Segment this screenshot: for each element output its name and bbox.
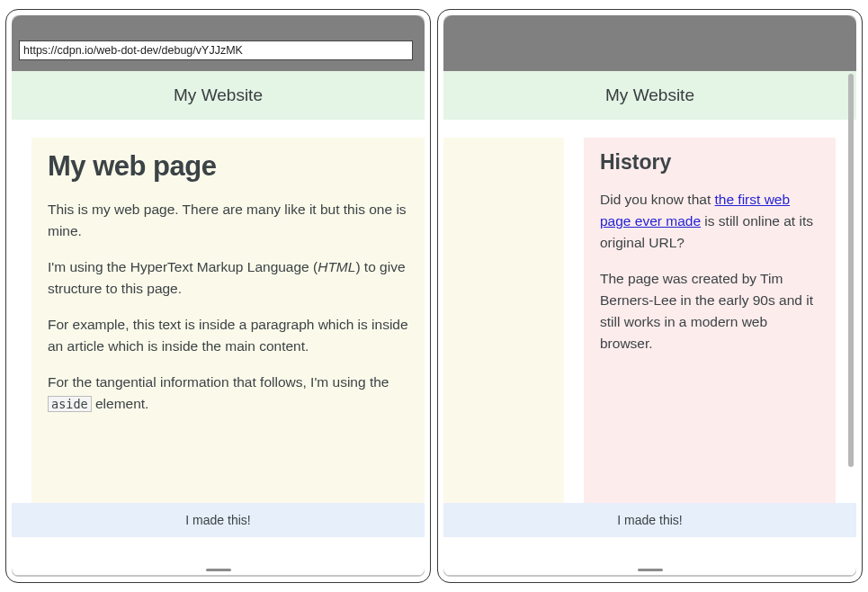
main-content-row: My web page This is my web page. There a… xyxy=(443,120,856,503)
aside-code: aside xyxy=(48,396,92,412)
article-main: My web page This is my web page. There a… xyxy=(31,138,425,503)
aside-p1: Did you know that the first web page eve… xyxy=(600,189,819,254)
url-bar[interactable] xyxy=(19,40,413,60)
page-viewport-left: My Website My web page This is my web pa… xyxy=(12,71,425,575)
site-footer: I made this! xyxy=(12,503,425,537)
article-p2: I'm using the HyperText Markup Language … xyxy=(48,256,408,300)
article-heading: My web page xyxy=(48,150,408,183)
browser-top-bar xyxy=(443,15,856,28)
tablet-device-right: My Website My web page This is my web pa… xyxy=(437,9,863,583)
site-header: My Website xyxy=(443,71,856,120)
article-p4: For the tangential information that foll… xyxy=(48,372,408,415)
article-p3: For example, this text is inside a parag… xyxy=(48,314,408,357)
page-viewport-right: My Website My web page This is my web pa… xyxy=(443,71,856,575)
aside-p2: The page was created by Tim Berners-Lee … xyxy=(600,268,819,354)
site-title: My Website xyxy=(174,85,263,105)
site-title: My Website xyxy=(605,85,694,105)
site-header: My Website xyxy=(12,71,425,120)
tablet-screen-right: My Website My web page This is my web pa… xyxy=(443,15,856,577)
site-footer: I made this! xyxy=(443,503,856,537)
browser-chrome xyxy=(12,28,425,71)
footer-text: I made this! xyxy=(185,513,250,527)
scrollbar-vertical[interactable] xyxy=(848,74,854,467)
footer-text: I made this! xyxy=(617,513,682,527)
tablet-device-left: My Website My web page This is my web pa… xyxy=(5,9,431,583)
article-main: My web page This is my web page. There a… xyxy=(443,138,564,503)
aside-heading: History xyxy=(600,150,819,175)
tablet-screen-left: My Website My web page This is my web pa… xyxy=(12,15,425,577)
home-indicator[interactable] xyxy=(206,569,231,571)
home-indicator[interactable] xyxy=(638,569,663,571)
html-em: HTML xyxy=(318,259,355,274)
main-content-row: My web page This is my web page. There a… xyxy=(12,120,425,503)
article-p1: This is my web page. There are many like… xyxy=(48,199,408,242)
browser-chrome xyxy=(443,28,856,71)
browser-top-bar xyxy=(12,15,425,28)
aside-history: History Did you know that the first web … xyxy=(584,138,836,503)
